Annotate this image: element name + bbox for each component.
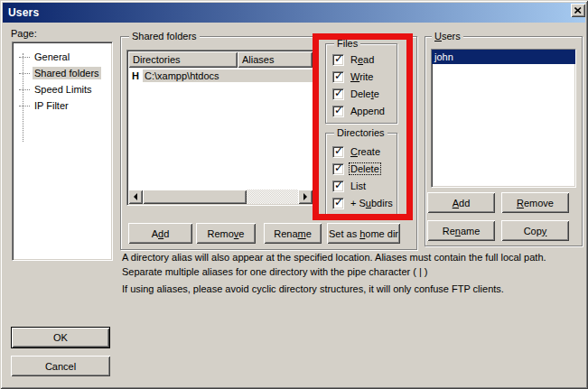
directories-group-label: Directories: [334, 127, 387, 138]
write-label: Write: [350, 71, 374, 82]
add-user-button[interactable]: Add: [427, 192, 495, 213]
rename-user-button[interactable]: Rename: [427, 220, 495, 241]
title-bar[interactable]: Users: [3, 3, 585, 23]
checkbox-row-subdirs[interactable]: ✓ + Subdirs: [332, 197, 394, 209]
scroll-left-button[interactable]: [128, 190, 143, 204]
users-dialog-window: Users Page: General Shared folders Speed…: [0, 0, 588, 389]
checkmark-icon: ✓: [334, 179, 343, 191]
subdirs-label: + Subdirs: [350, 198, 394, 208]
page-item-general[interactable]: General: [13, 49, 112, 65]
checkmark-icon: ✓: [334, 196, 343, 208]
checkmark-icon: ✓: [334, 87, 343, 99]
checkbox-row-write[interactable]: ✓ Write: [332, 70, 374, 83]
page-list: General Shared folders Speed Limits IP F…: [12, 42, 113, 261]
append-checkbox[interactable]: ✓: [332, 106, 344, 117]
alias-help-text: A directory alias will also appear at th…: [122, 250, 583, 279]
users-group-label: Users: [432, 31, 463, 42]
shared-folders-group-label: Shared folders: [129, 31, 200, 42]
checkmark-icon: ✓: [334, 69, 343, 82]
checkbox-row-delete-files[interactable]: ✓ Delete: [332, 88, 380, 100]
copy-user-button[interactable]: Copy: [501, 220, 569, 241]
cancel-button[interactable]: Cancel: [11, 356, 110, 376]
delete-files-label: Delete: [350, 88, 380, 99]
page-item-label: General: [33, 51, 71, 63]
window-title: Users: [8, 6, 39, 19]
scroll-right-button[interactable]: [298, 190, 313, 204]
checkbox-row-append[interactable]: ✓ Append: [332, 105, 386, 117]
page-item-ip-filter[interactable]: IP Filter: [13, 97, 112, 114]
directory-cell: C:\xampp\htdocs: [143, 69, 313, 82]
page-item-label: IP Filter: [33, 99, 70, 112]
rename-folder-button[interactable]: Rename: [264, 223, 322, 244]
ok-button[interactable]: OK: [11, 327, 110, 348]
scroll-right-icon: [303, 193, 307, 200]
add-folder-button[interactable]: Add: [128, 223, 192, 244]
page-item-label: Shared folders: [33, 67, 101, 79]
page-item-speed-limits[interactable]: Speed Limits: [13, 81, 112, 97]
scrollbar-thumb[interactable]: [143, 190, 247, 204]
subdirs-checkbox[interactable]: ✓: [332, 198, 344, 209]
write-checkbox[interactable]: ✓: [332, 71, 344, 83]
files-group-label: Files: [334, 38, 360, 49]
table-header: Directories Aliases: [128, 51, 313, 68]
page-item-shared-folders[interactable]: Shared folders: [13, 65, 112, 81]
users-list: john: [431, 49, 576, 188]
tree-branch-icon: [19, 57, 30, 58]
remove-user-button[interactable]: Remove: [501, 192, 569, 213]
checkmark-icon: ✓: [334, 162, 343, 174]
checkmark-icon: ✓: [334, 144, 343, 157]
directories-table: Directories Aliases H C:\xampp\htdocs: [126, 50, 314, 206]
tree-branch-icon: [19, 89, 30, 90]
checkbox-row-create[interactable]: ✓ Create: [332, 145, 381, 158]
delete-files-checkbox[interactable]: ✓: [332, 88, 344, 100]
close-button[interactable]: [571, 4, 585, 17]
column-header-directories[interactable]: Directories: [128, 51, 238, 68]
checkmark-icon: ✓: [334, 52, 343, 65]
column-header-aliases[interactable]: Aliases: [238, 51, 313, 68]
checkbox-row-delete-dirs[interactable]: ✓ Delete: [332, 162, 380, 175]
scroll-left-icon: [134, 193, 137, 200]
tree-branch-icon: [19, 106, 30, 107]
user-list-item[interactable]: john: [432, 50, 575, 64]
cyclic-help-text: If using aliases, please avoid cyclic di…: [122, 282, 583, 296]
create-label: Create: [350, 146, 381, 157]
home-dir-marker: H: [132, 70, 143, 81]
page-item-label: Speed Limits: [33, 83, 94, 96]
create-checkbox[interactable]: ✓: [332, 146, 344, 158]
checkmark-icon: ✓: [334, 104, 343, 116]
list-label: List: [350, 181, 367, 191]
append-label: Append: [350, 106, 386, 116]
table-row[interactable]: H C:\xampp\htdocs: [128, 68, 313, 83]
tree-branch-icon: [19, 73, 30, 74]
read-checkbox[interactable]: ✓: [332, 54, 344, 66]
checkbox-row-read[interactable]: ✓ Read: [332, 53, 375, 66]
remove-folder-button[interactable]: Remove: [196, 223, 256, 244]
delete-dirs-checkbox[interactable]: ✓: [332, 163, 344, 175]
checkbox-row-list[interactable]: ✓ List: [332, 180, 367, 192]
delete-dirs-label: Delete: [350, 163, 380, 174]
horizontal-scrollbar[interactable]: [128, 190, 313, 204]
read-label: Read: [350, 54, 375, 65]
page-label: Page:: [11, 28, 37, 39]
set-home-dir-button[interactable]: Set as home dir: [327, 223, 400, 244]
close-icon: [574, 7, 582, 14]
list-checkbox[interactable]: ✓: [332, 181, 344, 192]
